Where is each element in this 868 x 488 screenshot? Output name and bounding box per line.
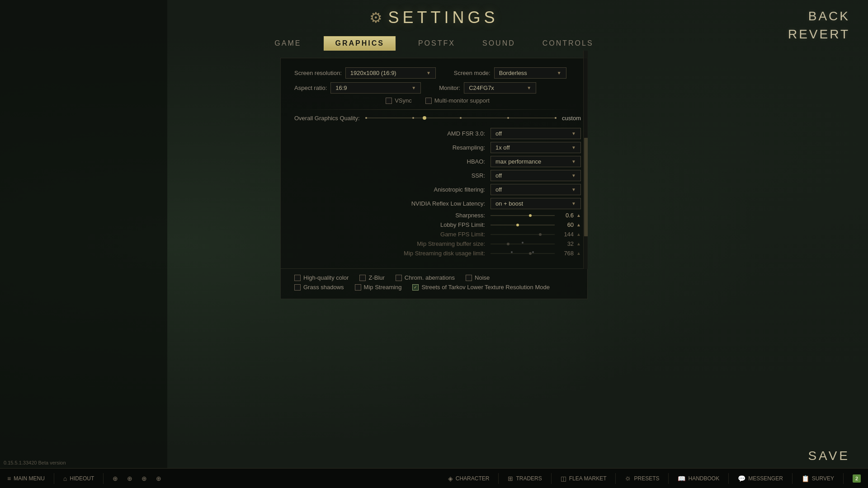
setting-resampling: Resampling: 1x off ▼ [294, 142, 581, 153]
aspect-dropdown[interactable]: 16:9 ▼ [330, 82, 421, 94]
save-button[interactable]: SAVE [808, 449, 850, 463]
cb-grass-shadows[interactable]: Grass shadows [294, 284, 344, 291]
bottom-right-nav: ◈ CHARACTER ⊞ TRADERS ◫ FLEA MARKET ⛭ PR… [448, 473, 861, 484]
nav-handbook[interactable]: 📖 HANDBOOK [678, 475, 719, 482]
amd-fsr-dropdown[interactable]: off ▼ [491, 128, 581, 139]
monitor-dropdown[interactable]: C24FG7x ▼ [464, 82, 536, 94]
amd-fsr-label: AMD FSR 3.0: [294, 130, 485, 137]
nav-plus1[interactable]: ⊕ [113, 475, 118, 482]
nav-plus2[interactable]: ⊕ [127, 475, 132, 482]
lobby-fps-handle[interactable] [516, 224, 519, 226]
sharpness-up[interactable]: ▲ [576, 213, 581, 218]
game-fps-handle[interactable] [539, 233, 542, 236]
sep1 [54, 473, 54, 484]
mip-disk-up[interactable]: ▲ [576, 251, 581, 256]
anisotropic-dropdown[interactable]: off ▼ [491, 184, 581, 195]
mip-buffer-handle[interactable] [507, 243, 509, 245]
presets-icon: ⛭ [625, 475, 631, 482]
nav-main-menu[interactable]: ≡ MAIN MENU [7, 475, 45, 482]
scrollbar-thumb[interactable] [584, 138, 588, 236]
nav-presets-label: PRESETS [634, 475, 659, 482]
multimonitor-label: Multi-monitor support [434, 97, 490, 104]
cb-z-blur-label: Z-Blur [368, 274, 384, 281]
resolution-group: Screen resolution: 868x488 (16:9) ▼ [294, 67, 436, 79]
cb-z-blur-box[interactable] [359, 275, 366, 281]
quality-slider[interactable] [365, 113, 557, 122]
nav-traders[interactable]: ⊞ TRADERS [508, 475, 542, 482]
revert-button[interactable]: REVERT [788, 27, 850, 42]
hbao-label: HBAO: [294, 158, 485, 165]
tab-controls[interactable]: CONTROLS [538, 37, 598, 50]
lobby-fps-track[interactable] [491, 225, 555, 225]
cb-chrom-ab-box[interactable] [396, 275, 402, 281]
tab-postfx[interactable]: POSTFX [414, 37, 460, 50]
mip-disk-handle[interactable] [529, 252, 532, 255]
resampling-dropdown[interactable]: 1x off ▼ [491, 142, 581, 153]
cb-noise[interactable]: Noise [466, 274, 490, 281]
screen-mode-dropdown[interactable]: Borderless ▼ [494, 67, 566, 79]
page-title: SETTINGS [388, 8, 498, 27]
cb-mip-streaming[interactable]: Mip Streaming [355, 284, 402, 291]
lobby-fps-up[interactable]: ▲ [576, 222, 581, 227]
nav-hideout-label: HIDEOUT [70, 475, 94, 482]
cb-grass-shadows-box[interactable] [294, 284, 301, 291]
vsync-checkbox[interactable] [386, 98, 392, 104]
sharpness-track[interactable] [491, 215, 555, 216]
sharpness-handle[interactable] [529, 214, 532, 217]
cb-chrom-ab[interactable]: Chrom. aberrations [396, 274, 455, 281]
nav-messenger[interactable]: 💬 MESSENGER [738, 475, 783, 482]
mip-disk-value: 768 [557, 250, 574, 257]
nav-flea-market[interactable]: ◫ FLEA MARKET [561, 475, 607, 482]
game-fps-up[interactable]: ▲ [576, 232, 581, 237]
survey-icon: 📋 [802, 475, 809, 482]
messenger-icon: 💬 [738, 475, 745, 482]
mip-buffer-up[interactable]: ▲ [576, 241, 581, 246]
resampling-label: Resampling: [294, 144, 485, 151]
hbao-dropdown[interactable]: max performance ▼ [491, 156, 581, 167]
nav-character[interactable]: ◈ CHARACTER [448, 475, 490, 482]
vsync-checkbox-item[interactable]: VSync [386, 97, 412, 104]
cb-z-blur[interactable]: Z-Blur [359, 274, 384, 281]
nvidia-reflex-dropdown[interactable]: on + boost ▼ [491, 198, 581, 209]
cb-high-quality-color-box[interactable] [294, 275, 301, 281]
cb-high-quality-color[interactable]: High-quality color [294, 274, 349, 281]
scrollbar-track[interactable] [583, 51, 588, 269]
cb-noise-box[interactable] [466, 275, 472, 281]
resolution-dropdown[interactable]: 868x488 (16:9) ▼ [345, 67, 436, 79]
setting-anisotropic: Anisotropic filtering: off ▼ [294, 184, 581, 195]
cb-mip-streaming-box[interactable] [355, 284, 361, 291]
nav-presets[interactable]: ⛭ PRESETS [625, 475, 659, 482]
nav-plus4[interactable]: ⊕ [156, 475, 161, 482]
game-fps-row: Game FPS Limit: 144 ▲ [294, 231, 581, 238]
ssr-arrow: ▼ [571, 173, 576, 178]
nav-handbook-label: HANDBOOK [688, 475, 719, 482]
back-button[interactable]: BACK [808, 9, 850, 23]
mip-disk-track[interactable] [491, 253, 555, 254]
game-fps-track[interactable] [491, 234, 555, 235]
nav-survey[interactable]: 📋 SURVEY [802, 475, 834, 482]
tab-game[interactable]: GAME [270, 37, 306, 50]
nav-survey-label: SURVEY [812, 475, 834, 482]
vsync-label: VSync [395, 97, 412, 104]
tab-graphics[interactable]: GRAPHICS [324, 36, 395, 51]
multimonitor-checkbox[interactable] [425, 98, 432, 104]
nav-plus3[interactable]: ⊕ [142, 475, 147, 482]
cb-streets-tarkov-box[interactable]: ✓ [412, 284, 419, 291]
cb-high-quality-color-label: High-quality color [303, 274, 349, 281]
cb-streets-tarkov[interactable]: ✓ Streets of Tarkov Lower Texture Resolu… [412, 284, 550, 291]
mip-buffer-track[interactable] [491, 244, 555, 244]
bottom-bar: ≡ MAIN MENU ⌂ HIDEOUT ⊕ ⊕ ⊕ ⊕ ◈ CHARACTE… [0, 468, 868, 488]
screen-mode-value: Borderless [499, 70, 527, 76]
multimonitor-checkbox-item[interactable]: Multi-monitor support [425, 97, 490, 104]
game-fps-label: Game FPS Limit: [294, 231, 485, 238]
lobby-fps-row: Lobby FPS Limit: 60 ▲ [294, 221, 581, 228]
tab-sound[interactable]: SOUND [478, 37, 520, 50]
nav-hideout[interactable]: ⌂ HIDEOUT [63, 475, 94, 482]
dot [365, 117, 367, 119]
quality-handle[interactable] [423, 116, 426, 120]
settings-panel: Screen resolution: 868x488 (16:9) ▼ Sc… [280, 58, 588, 269]
sep6 [668, 473, 669, 484]
game-fps-slider-container: 144 ▲ [491, 231, 581, 238]
ssr-dropdown[interactable]: off ▼ [491, 170, 581, 181]
setting-nvidia-reflex: NVIDIA Reflex Low Latency: on + boost ▼ [294, 198, 581, 209]
